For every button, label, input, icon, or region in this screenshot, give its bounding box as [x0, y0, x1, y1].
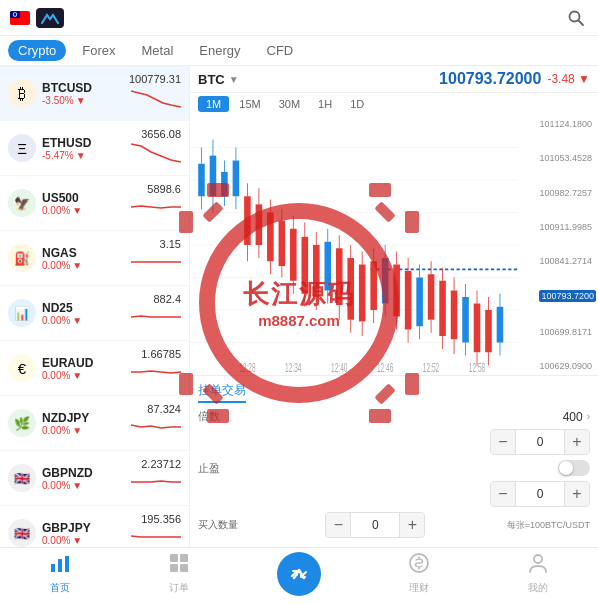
- svg-rect-102: [58, 559, 62, 572]
- per-share-label: 每张=100BTC/USDT: [507, 519, 590, 532]
- trade-row-stepper2: − 0 +: [198, 481, 590, 507]
- svg-point-3: [14, 13, 17, 16]
- person-icon: [527, 552, 549, 579]
- list-item[interactable]: Ξ ETHUSD -5.47%▼ 3656.08: [0, 121, 189, 176]
- stoploss-label: 止盈: [198, 461, 238, 476]
- tab-forex[interactable]: Forex: [72, 40, 125, 61]
- svg-rect-19: [221, 172, 228, 196]
- svg-rect-37: [290, 229, 297, 281]
- stepper-1-minus[interactable]: −: [491, 430, 515, 454]
- trade-row-quantity: 买入数量 − 0 + 每张=100BTC/USDT: [198, 512, 590, 538]
- time-tab-1h[interactable]: 1H: [310, 96, 340, 112]
- nav-finance[interactable]: 理财: [359, 548, 479, 599]
- nav-home-label: 首页: [50, 581, 70, 595]
- asset-info: ND25 0.00%▼: [42, 301, 127, 326]
- list-item[interactable]: ⛽ NGAS 0.00%▼ 3.15: [0, 231, 189, 286]
- leverage-select[interactable]: 400 ›: [246, 410, 590, 424]
- chart-change: -3.48 ▼: [547, 72, 590, 86]
- time-tab-1d[interactable]: 1D: [342, 96, 372, 112]
- leverage-label: 倍数: [198, 409, 238, 424]
- asset-icon: 🇬🇧: [8, 464, 36, 492]
- grid-icon: [168, 552, 190, 579]
- svg-rect-105: [180, 554, 188, 562]
- list-item[interactable]: € EURAUD 0.00%▼ 1.66785: [0, 341, 189, 396]
- quantity-minus[interactable]: −: [326, 513, 350, 537]
- list-item[interactable]: 📊 ND25 0.00%▼ 882.4: [0, 286, 189, 341]
- quantity-value: 0: [350, 513, 400, 537]
- trade-row-stepper1: − 0 +: [198, 429, 590, 455]
- price-labels: 101124.1800 101053.4528 100982.7257 1009…: [539, 115, 596, 375]
- svg-rect-16: [210, 156, 217, 197]
- tab-energy[interactable]: Energy: [189, 40, 250, 61]
- flag-icon: [10, 11, 30, 25]
- category-tabs: Crypto Forex Metal Energy CFD: [0, 36, 598, 66]
- stepper-1-value: 0: [515, 430, 565, 454]
- svg-text:12:40: 12:40: [331, 360, 348, 374]
- right-panel: BTC ▼ 100793.72000 -3.48 ▼ 1M 15M 30M 1H…: [190, 66, 598, 547]
- chart-header: BTC ▼ 100793.72000 -3.48 ▼: [190, 66, 598, 93]
- svg-text:12:34: 12:34: [285, 360, 302, 374]
- asset-list: ₿ BTCUSD -3.50% ▼ 100779.31 Ξ ETHUSD: [0, 66, 190, 547]
- nav-home[interactable]: 首页: [0, 548, 120, 599]
- svg-rect-22: [233, 161, 240, 197]
- svg-text:12:58: 12:58: [469, 360, 486, 374]
- asset-icon: Ξ: [8, 134, 36, 162]
- svg-rect-89: [485, 310, 492, 352]
- trade-center-button[interactable]: [277, 552, 321, 596]
- asset-change: 0.00%▼: [42, 315, 127, 326]
- time-tab-15m[interactable]: 15M: [231, 96, 268, 112]
- asset-name: BTCUSD: [42, 81, 127, 95]
- finance-icon: [408, 552, 430, 579]
- svg-rect-46: [324, 242, 331, 291]
- nav-trade-center[interactable]: [239, 548, 359, 599]
- tab-metal[interactable]: Metal: [132, 40, 184, 61]
- asset-name: ETHUSD: [42, 136, 127, 150]
- time-tab-30m[interactable]: 30M: [271, 96, 308, 112]
- svg-rect-103: [65, 556, 69, 572]
- svg-rect-71: [416, 278, 423, 327]
- asset-change: 0.00%▼: [42, 205, 127, 216]
- svg-rect-65: [393, 265, 400, 317]
- list-item[interactable]: 🇬🇧 GBPNZD 0.00%▼ 2.23712: [0, 451, 189, 506]
- asset-info: US500 0.00%▼: [42, 191, 127, 216]
- time-tab-1m[interactable]: 1M: [198, 96, 229, 112]
- asset-info: EURAUD 0.00%▼: [42, 356, 127, 381]
- list-item[interactable]: 🇬🇧 GBPJPY 0.00%▼ 195.356: [0, 506, 189, 547]
- stepper-2-plus[interactable]: +: [565, 482, 589, 506]
- svg-text:12:28: 12:28: [239, 360, 256, 374]
- list-item[interactable]: 🦅 US500 0.00%▼ 5898.6: [0, 176, 189, 231]
- svg-rect-74: [428, 274, 435, 320]
- list-item[interactable]: 🌿 NZDJPY 0.00%▼ 87.324: [0, 396, 189, 451]
- svg-rect-49: [336, 248, 343, 305]
- tab-crypto[interactable]: Crypto: [8, 40, 66, 61]
- tab-cfd[interactable]: CFD: [257, 40, 304, 61]
- list-item[interactable]: ₿ BTCUSD -3.50% ▼ 100779.31: [0, 66, 189, 121]
- svg-rect-107: [180, 564, 188, 572]
- svg-rect-101: [51, 564, 55, 572]
- chart-symbol[interactable]: BTC ▼: [198, 72, 239, 87]
- quantity-plus[interactable]: +: [400, 513, 424, 537]
- nav-orders-label: 订单: [169, 581, 189, 595]
- nav-profile[interactable]: 我的: [478, 548, 598, 599]
- quantity-label: 买入数量: [198, 518, 248, 532]
- svg-rect-80: [451, 291, 458, 340]
- trade-tabs: 挂单交易: [198, 380, 590, 403]
- asset-price-sparkline: 1.66785: [127, 348, 181, 388]
- stoploss-toggle[interactable]: [558, 460, 590, 476]
- asset-price-sparkline: 5898.6: [127, 183, 181, 223]
- asset-change: 0.00%▼: [42, 535, 127, 546]
- trade-row-stopprofit: 止盈: [198, 460, 590, 476]
- trade-tab-pending[interactable]: 挂单交易: [198, 380, 246, 403]
- stepper-2-minus[interactable]: −: [491, 482, 515, 506]
- asset-info: NGAS 0.00%▼: [42, 246, 127, 271]
- svg-point-109: [534, 555, 542, 563]
- svg-rect-83: [462, 297, 469, 343]
- nav-orders[interactable]: 订单: [120, 548, 240, 599]
- asset-info: ETHUSD -5.47%▼: [42, 136, 127, 161]
- search-button[interactable]: [564, 6, 588, 30]
- asset-price-sparkline: 2.23712: [127, 458, 181, 498]
- svg-rect-52: [347, 258, 354, 320]
- asset-price-sparkline: 87.324: [127, 403, 181, 443]
- stepper-1-plus[interactable]: +: [565, 430, 589, 454]
- svg-rect-13: [198, 164, 205, 197]
